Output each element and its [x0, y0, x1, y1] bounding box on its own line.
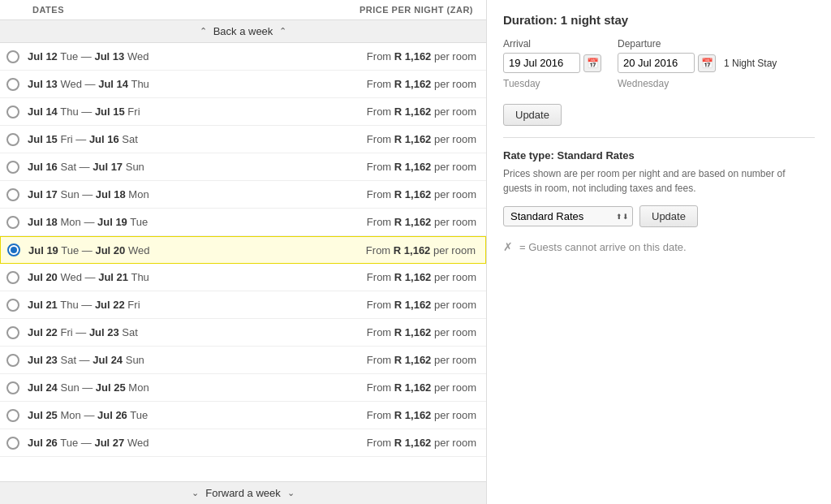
date-row[interactable]: Jul 23 Sat — Jul 24 SunFrom R 1,162 per … [0, 347, 486, 374]
end-date: Jul 25 [96, 381, 126, 394]
price-amount: R 1,162 [394, 271, 432, 283]
date-range-text: Jul 25 Mon — Jul 26 Tue [28, 409, 367, 421]
duration-title: Duration: 1 night stay [503, 13, 815, 27]
cannot-arrive-text: = Guests cannot arrive on this date. [519, 241, 687, 253]
start-date: Jul 19 [28, 244, 58, 256]
start-date: Jul 25 [28, 409, 58, 421]
radio-button[interactable] [6, 299, 19, 312]
radio-button[interactable] [6, 326, 19, 339]
end-date: Jul 27 [94, 437, 124, 449]
radio-button[interactable] [6, 106, 19, 118]
departure-field-group: Departure 📅 1 Night Stay Wednesday [618, 38, 777, 89]
date-range-text: Jul 26 Tue — Jul 27 Wed [28, 437, 367, 449]
date-row[interactable]: Jul 18 Mon — Jul 19 TueFrom R 1,162 per … [0, 209, 486, 236]
date-range-text: Jul 12 Tue — Jul 13 Wed [28, 50, 367, 62]
start-date: Jul 18 [28, 216, 58, 228]
end-date: Jul 23 [89, 326, 119, 338]
start-date: Jul 22 [28, 326, 58, 338]
price-amount: R 1,162 [394, 188, 432, 200]
arrival-input[interactable] [503, 53, 580, 73]
rate-type-title: Rate type: Standard Rates [503, 149, 815, 162]
rate-type-select[interactable]: Standard Rates [503, 206, 633, 226]
price-amount: R 1,162 [394, 244, 431, 256]
radio-button[interactable] [7, 243, 20, 256]
date-row[interactable]: Jul 20 Wed — Jul 21 ThuFrom R 1,162 per … [0, 264, 486, 291]
rate-select-wrapper: Standard Rates [503, 206, 633, 226]
start-date: Jul 16 [28, 161, 58, 173]
date-row[interactable]: Jul 16 Sat — Jul 17 SunFrom R 1,162 per … [0, 153, 486, 181]
end-date: Jul 22 [95, 299, 125, 311]
date-row[interactable]: Jul 25 Mon — Jul 26 TueFrom R 1,162 per … [0, 402, 486, 429]
radio-button[interactable] [6, 50, 19, 63]
start-date: Jul 12 [28, 50, 58, 62]
radio-button[interactable] [6, 161, 19, 174]
rate-description: Prices shown are per room per night and … [503, 166, 815, 196]
radio-button[interactable] [6, 133, 19, 146]
departure-calendar-icon[interactable]: 📅 [698, 54, 716, 72]
arrival-field-group: Arrival 📅 Tuesday [503, 38, 601, 89]
departure-label: Departure [618, 38, 777, 50]
radio-button[interactable] [6, 271, 19, 284]
arrival-calendar-icon[interactable]: 📅 [583, 54, 601, 72]
date-row[interactable]: Jul 14 Thu — Jul 15 FriFrom R 1,162 per … [0, 98, 486, 126]
departure-input[interactable] [618, 53, 695, 73]
date-row[interactable]: Jul 21 Thu — Jul 22 FriFrom R 1,162 per … [0, 291, 486, 319]
start-date: Jul 17 [28, 188, 58, 200]
date-row[interactable]: Jul 19 Tue — Jul 20 WedFrom R 1,162 per … [0, 236, 486, 264]
price-text: From R 1,162 per room [367, 161, 476, 173]
chevron-down-icon: ⌄ [192, 488, 199, 498]
date-row[interactable]: Jul 12 Tue — Jul 13 WedFrom R 1,162 per … [0, 43, 486, 71]
chevron-down-icon-right: ⌄ [287, 488, 295, 498]
radio-button[interactable] [6, 437, 19, 450]
date-row[interactable]: Jul 26 Tue — Jul 27 WedFrom R 1,162 per … [0, 429, 486, 457]
column-headers: DATES PRICE PER NIGHT (ZAR) [0, 0, 486, 20]
date-row[interactable]: Jul 15 Fri — Jul 16 SatFrom R 1,162 per … [0, 126, 486, 153]
price-amount: R 1,162 [394, 381, 432, 394]
start-date: Jul 26 [28, 437, 58, 449]
date-row[interactable]: Jul 13 Wed — Jul 14 ThuFrom R 1,162 per … [0, 71, 486, 98]
radio-button[interactable] [6, 354, 19, 367]
update-rate-button[interactable]: Update [639, 205, 698, 227]
radio-button[interactable] [6, 409, 19, 422]
date-row[interactable]: Jul 22 Fri — Jul 23 SatFrom R 1,162 per … [0, 319, 486, 347]
departure-input-row: 📅 1 Night Stay [618, 53, 777, 73]
end-date: Jul 18 [96, 188, 126, 200]
forward-week-button[interactable]: ⌄ Forward a week ⌄ [0, 481, 486, 504]
start-date: Jul 14 [28, 106, 58, 118]
date-range-text: Jul 23 Sat — Jul 24 Sun [28, 354, 367, 366]
start-date: Jul 15 [28, 133, 58, 145]
price-text: From R 1,162 per room [367, 271, 476, 283]
arrival-departure-section: Arrival 📅 Tuesday Departure 📅 1 Night St… [503, 38, 815, 89]
end-date: Jul 24 [93, 354, 123, 366]
radio-button[interactable] [6, 78, 19, 91]
rate-select-row: Standard Rates Update [503, 205, 815, 227]
price-text: From R 1,162 per room [367, 381, 476, 394]
price-text: From R 1,162 per room [367, 78, 476, 90]
price-text: From R 1,162 per room [367, 354, 476, 366]
price-amount: R 1,162 [394, 299, 432, 311]
price-text: From R 1,162 per room [367, 133, 476, 145]
price-amount: R 1,162 [394, 409, 432, 421]
date-range-text: Jul 19 Tue — Jul 20 Wed [28, 244, 366, 256]
left-panel: DATES PRICE PER NIGHT (ZAR) ⌃ Back a wee… [0, 0, 487, 504]
back-week-button[interactable]: ⌃ Back a week ⌃ [0, 20, 486, 43]
price-text: From R 1,162 per room [367, 409, 476, 421]
end-date: Jul 15 [95, 106, 125, 118]
price-amount: R 1,162 [394, 106, 432, 118]
update-dates-button[interactable]: Update [503, 104, 562, 126]
radio-button[interactable] [6, 381, 19, 394]
dates-header: DATES [32, 5, 64, 15]
date-row[interactable]: Jul 24 Sun — Jul 25 MonFrom R 1,162 per … [0, 374, 486, 402]
radio-button[interactable] [6, 216, 19, 229]
start-date: Jul 20 [28, 271, 58, 283]
start-date: Jul 21 [28, 299, 58, 311]
price-header: PRICE PER NIGHT (ZAR) [360, 5, 473, 15]
end-date: Jul 16 [89, 133, 119, 145]
end-date: Jul 21 [98, 271, 128, 283]
radio-button[interactable] [6, 188, 19, 201]
price-amount: R 1,162 [394, 161, 432, 173]
cannot-arrive-note: ✗ = Guests cannot arrive on this date. [503, 240, 815, 253]
end-date: Jul 14 [98, 78, 128, 90]
date-row[interactable]: Jul 17 Sun — Jul 18 MonFrom R 1,162 per … [0, 181, 486, 209]
date-range-text: Jul 18 Mon — Jul 19 Tue [28, 216, 367, 228]
